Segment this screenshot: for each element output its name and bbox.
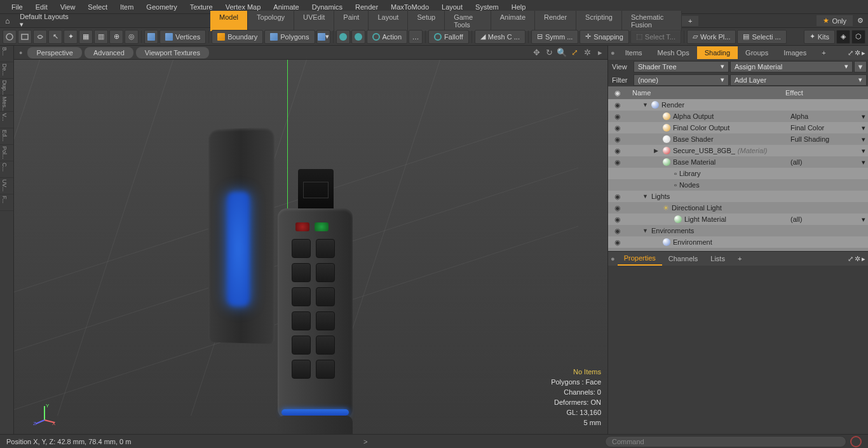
polygons-button[interactable]: Polygons	[264, 30, 315, 44]
select-through-button[interactable]: ⬚ Select T...	[630, 30, 681, 44]
mode-tab-setup[interactable]: Setup	[408, 11, 445, 31]
mesh-icon[interactable]	[144, 30, 158, 44]
menu-render[interactable]: Render	[349, 3, 384, 11]
teal2-icon[interactable]	[351, 30, 365, 44]
tab-viewport-textures[interactable]: Viewport Textures	[136, 47, 209, 58]
rail-item[interactable]: V...	[0, 112, 13, 128]
visibility-eye-icon[interactable]: ◉	[608, 227, 627, 235]
teal1-icon[interactable]	[336, 30, 350, 44]
menu-animate[interactable]: Animate	[267, 3, 305, 11]
tab-props-add[interactable]: +	[731, 252, 748, 265]
menu-dynamics[interactable]: Dynamics	[306, 3, 349, 11]
visibility-eye-icon[interactable]: ◉	[608, 124, 627, 132]
tree-row[interactable]: ◉Base Material(all)▾	[608, 156, 868, 168]
menu-edit[interactable]: Edit	[29, 3, 54, 11]
mode-tab-model[interactable]: Model	[210, 11, 248, 31]
tree-row[interactable]: ◉▼Render	[608, 99, 868, 111]
view-dropdown[interactable]: Shader Tree▾	[634, 61, 729, 72]
menu-file[interactable]: File	[5, 3, 29, 11]
tree-row[interactable]: ◉▼Environments	[608, 225, 868, 236]
symmetry-button[interactable]: ⊟ Symm ...	[531, 30, 578, 44]
rail-item[interactable]: Pol...	[0, 145, 13, 161]
tree-row[interactable]: ▫Library	[608, 168, 868, 179]
rp-dot-icon[interactable]: ●	[608, 49, 618, 57]
tab-channels[interactable]: Channels	[662, 252, 704, 265]
rect-tool-icon[interactable]	[18, 30, 32, 44]
move-icon[interactable]: ✥	[531, 48, 541, 58]
menu-item[interactable]: Item	[114, 3, 140, 11]
rp-gear-icon[interactable]: ✲	[855, 49, 860, 57]
rp-expand-icon[interactable]: ⤢	[848, 49, 853, 57]
rotate-icon[interactable]: ↻	[544, 48, 554, 58]
tree-row[interactable]: ◉Final Color OutputFinal Color▾	[608, 122, 868, 133]
rail-item[interactable]: Dup...	[0, 79, 13, 95]
props-expand-icon[interactable]: ⤢	[848, 255, 853, 263]
menu-layout[interactable]: Layout	[435, 3, 469, 11]
ring-tool-icon[interactable]: ◎	[125, 30, 139, 44]
vertices-button[interactable]: Vertices	[159, 30, 206, 44]
mode-tab-paint[interactable]: Paint	[334, 11, 369, 31]
rail-item[interactable]: UV...	[0, 178, 13, 194]
menu-texture[interactable]: Texture	[184, 3, 219, 11]
menu-view[interactable]: View	[54, 3, 82, 11]
kits-button[interactable]: ✦ Kits	[804, 30, 835, 44]
menu-maxtomodo[interactable]: MaxToModo	[384, 3, 435, 11]
tab-properties[interactable]: Properties	[618, 252, 662, 266]
mode-tab-render[interactable]: Render	[535, 11, 576, 31]
add-layer-dropdown[interactable]: Add Layer▾	[730, 74, 867, 86]
props-menu-icon[interactable]: ▸	[862, 255, 865, 263]
mode-tab-layout[interactable]: Layout	[369, 11, 408, 31]
visibility-eye-icon[interactable]: ◉	[608, 112, 627, 121]
mode-tab-game-tools[interactable]: Game Tools	[445, 11, 491, 31]
tab-advanced[interactable]: Advanced	[85, 47, 133, 58]
tree-row[interactable]: ▫Nodes	[608, 179, 868, 191]
menu-geometry[interactable]: Geometry	[140, 3, 183, 11]
record-button[interactable]	[850, 436, 862, 447]
layouts-home-icon[interactable]: ⌂	[5, 17, 10, 25]
props-gear-icon[interactable]: ✲	[855, 255, 860, 263]
rail-item[interactable]: Ed...	[0, 128, 13, 145]
work-plane-button[interactable]: ▱ Work Pl...	[687, 30, 736, 44]
tree-row[interactable]: ◉▼Lights	[608, 191, 868, 202]
rail-item[interactable]: F...	[0, 194, 13, 211]
command-input[interactable]: Command	[605, 436, 846, 447]
rail-item[interactable]: Mes...	[0, 95, 13, 112]
only-button[interactable]: ★Only	[817, 15, 853, 26]
grid1-tool-icon[interactable]: ▦	[79, 30, 93, 44]
visibility-eye-icon[interactable]: ◉	[608, 147, 627, 155]
vp-menu-icon[interactable]: ▸	[595, 48, 605, 58]
cube-dd-icon[interactable]: ▾	[316, 30, 330, 44]
action-more-icon[interactable]: …	[409, 30, 423, 44]
visibility-eye-icon[interactable]: ◉	[608, 238, 627, 247]
tab-items[interactable]: Items	[618, 46, 650, 59]
tree-row[interactable]: ◉Base ShaderFull Shading▾	[608, 133, 868, 145]
tab-shading[interactable]: Shading	[697, 46, 738, 59]
settings-gear-icon[interactable]: ⚙	[855, 16, 865, 26]
viewport-3d[interactable]: No Items Polygons : Face Channels: 0 Def…	[14, 60, 607, 434]
shader-tree[interactable]: ◉▼Render◉Alpha OutputAlpha▾◉Final Color …	[608, 99, 868, 251]
visibility-eye-icon[interactable]: ◉	[608, 204, 627, 212]
mode-tab-scripting[interactable]: Scripting	[576, 11, 622, 31]
add-mode-button[interactable]: +	[682, 16, 698, 26]
filter-funnel-icon[interactable]: ▼	[854, 61, 867, 72]
lasso-tool-icon[interactable]	[33, 30, 47, 44]
rail-item[interactable]: B...	[0, 46, 13, 62]
assign-material-dropdown[interactable]: Assign Material▾	[730, 61, 853, 72]
rail-item[interactable]: De...	[0, 62, 13, 79]
snapping-button[interactable]: ✛ Snapping	[580, 30, 629, 44]
tree-row[interactable]: ◉Light Material(all)▾	[608, 214, 868, 225]
rp-menu-icon[interactable]: ▸	[862, 49, 865, 57]
visibility-eye-icon[interactable]: ◉	[608, 193, 627, 201]
default-layouts-dropdown[interactable]: Default Layouts ▾	[13, 11, 77, 30]
tab-mesh-ops[interactable]: Mesh Ops	[650, 46, 697, 59]
tab-perspective[interactable]: Perspective	[27, 47, 81, 58]
action-button[interactable]: Action	[367, 30, 408, 44]
mesh-constraint-button[interactable]: ◢ Mesh C ...	[475, 30, 526, 44]
visibility-eye-icon[interactable]: ◉	[608, 101, 627, 109]
tab-add[interactable]: +	[814, 46, 833, 59]
pointer-tool-icon[interactable]: ↖	[48, 30, 62, 44]
falloff-button[interactable]: Falloff	[428, 30, 469, 44]
unreal-icon[interactable]: ⬡	[851, 30, 865, 44]
props-dot-icon[interactable]: ●	[608, 255, 618, 262]
boundary-button[interactable]: Boundary	[212, 30, 263, 44]
